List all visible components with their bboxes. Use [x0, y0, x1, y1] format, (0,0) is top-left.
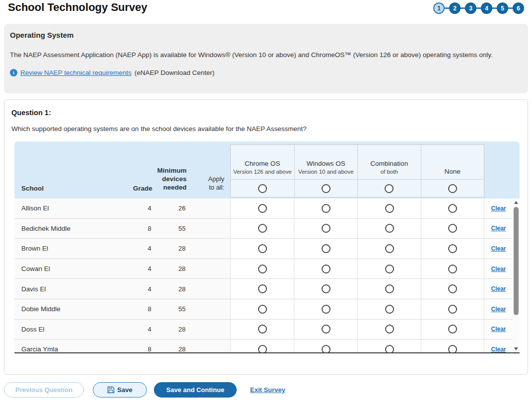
- school-name: Brown El: [14, 239, 130, 259]
- radio-garcia-ymla-windows-os[interactable]: [322, 345, 331, 353]
- radio-cell-none: [421, 320, 484, 339]
- clear-cell: Clear: [484, 339, 513, 353]
- radio-bedichek-middle-combination[interactable]: [385, 224, 394, 233]
- school-name: Cowan El: [14, 259, 130, 279]
- apply-all-cell-combination: [357, 179, 421, 197]
- radio-cell-combination: [357, 279, 421, 299]
- stepper-connector: [508, 7, 513, 9]
- apply-spacer: [187, 279, 230, 299]
- clear-link[interactable]: Clear: [491, 326, 506, 333]
- clear-link[interactable]: Clear: [491, 346, 506, 353]
- stepper-connector: [492, 7, 497, 9]
- scroll-up-icon[interactable]: [514, 201, 518, 204]
- column-header-grade: Grade: [130, 185, 153, 199]
- radio-cowan-el-chrome-os[interactable]: [258, 265, 267, 273]
- radio-garcia-ymla-chrome-os[interactable]: [258, 345, 267, 353]
- radio-davis-el-windows-os[interactable]: [322, 284, 331, 293]
- link-suffix-text: (eNAEP Download Center): [134, 69, 214, 76]
- radio-doss-el-combination[interactable]: [385, 325, 394, 334]
- radio-dobie-middle-chrome-os[interactable]: [258, 305, 267, 314]
- table-rows-container: Allison El426ClearBedichek Middle855Clea…: [14, 199, 520, 353]
- radio-cell-windows-os: [294, 199, 357, 218]
- radio-brown-el-none[interactable]: [448, 244, 457, 253]
- radio-dobie-middle-none[interactable]: [448, 305, 457, 314]
- radio-cowan-el-windows-os[interactable]: [322, 265, 331, 273]
- school-name: Davis El: [14, 279, 130, 299]
- clear-link[interactable]: Clear: [491, 245, 506, 252]
- radio-doss-el-none[interactable]: [448, 325, 457, 334]
- os-option-subtitle: of both: [381, 168, 398, 176]
- question-text: Which supported operating systems are on…: [11, 125, 521, 133]
- radio-allison-el-combination[interactable]: [385, 204, 394, 213]
- clear-link[interactable]: Clear: [491, 225, 506, 232]
- exit-survey-link[interactable]: Exit Survey: [250, 386, 285, 394]
- os-option-header-combination: Combinationof both: [357, 145, 421, 179]
- radio-davis-el-chrome-os[interactable]: [258, 284, 267, 293]
- apply-all-radio-chrome-os[interactable]: [258, 184, 267, 193]
- technical-requirements-link[interactable]: Review NAEP technical requirements: [20, 69, 132, 76]
- radio-brown-el-chrome-os[interactable]: [258, 244, 267, 253]
- vertical-scrollbar[interactable]: [513, 199, 520, 352]
- radio-bedichek-middle-windows-os[interactable]: [322, 224, 331, 233]
- radio-bedichek-middle-chrome-os[interactable]: [258, 224, 267, 233]
- radio-allison-el-none[interactable]: [448, 204, 457, 213]
- stepper-step-2[interactable]: 2: [449, 2, 461, 14]
- os-option-name: Chrome OS: [245, 159, 280, 168]
- stepper-step-3[interactable]: 3: [465, 2, 476, 14]
- radio-dobie-middle-windows-os[interactable]: [322, 305, 331, 314]
- radio-brown-el-windows-os[interactable]: [322, 244, 331, 253]
- radio-davis-el-combination[interactable]: [385, 284, 394, 293]
- radio-cell-combination: [357, 339, 421, 353]
- radio-davis-el-none[interactable]: [448, 284, 457, 293]
- scroll-down-icon[interactable]: [514, 347, 518, 350]
- grade-value: 4: [130, 320, 153, 339]
- radio-cell-windows-os: [294, 239, 357, 259]
- info-icon: i: [10, 69, 17, 76]
- radio-allison-el-windows-os[interactable]: [322, 204, 331, 213]
- clear-link[interactable]: Clear: [491, 266, 506, 272]
- apply-all-radio-windows-os[interactable]: [322, 184, 331, 193]
- apply-all-cell-windows-os: [294, 179, 358, 197]
- clear-link[interactable]: Clear: [491, 306, 506, 313]
- panel-body-text: The NAEP Assessment Application (NAEP Ap…: [10, 51, 522, 59]
- radio-cell-combination: [357, 259, 421, 279]
- radio-cell-combination: [357, 320, 421, 339]
- clear-link[interactable]: Clear: [491, 285, 506, 292]
- radio-doss-el-chrome-os[interactable]: [258, 325, 267, 334]
- previous-question-button[interactable]: Previous Question: [4, 382, 84, 398]
- radio-cell-none: [421, 299, 484, 319]
- apply-all-radio-combination[interactable]: [385, 184, 394, 193]
- radio-cell-combination: [357, 199, 421, 218]
- stepper-step-6[interactable]: 6: [513, 2, 524, 14]
- scrollbar-thumb[interactable]: [514, 207, 519, 315]
- save-and-continue-button[interactable]: Save and Continue: [154, 382, 237, 398]
- apply-spacer: [187, 339, 230, 353]
- stepper-connector: [476, 7, 481, 9]
- apply-all-radio-none[interactable]: [448, 184, 457, 193]
- radio-brown-el-combination[interactable]: [385, 244, 394, 253]
- stepper-step-5[interactable]: 5: [497, 2, 508, 14]
- radio-cowan-el-none[interactable]: [448, 265, 457, 273]
- radio-garcia-ymla-combination[interactable]: [385, 345, 394, 353]
- grade-value: 8: [130, 339, 153, 353]
- grade-value: 4: [130, 259, 153, 279]
- clear-link[interactable]: Clear: [491, 205, 506, 212]
- apply-spacer: [187, 299, 230, 319]
- save-button[interactable]: Save: [93, 382, 147, 398]
- radio-garcia-ymla-none[interactable]: [448, 345, 457, 353]
- stepper-step-1[interactable]: 1: [433, 2, 445, 14]
- radio-allison-el-chrome-os[interactable]: [258, 204, 267, 213]
- radio-bedichek-middle-none[interactable]: [448, 224, 457, 233]
- radio-dobie-middle-combination[interactable]: [385, 305, 394, 314]
- devices-value: 55: [153, 219, 187, 239]
- grade-value: 4: [130, 199, 153, 218]
- radio-cowan-el-combination[interactable]: [385, 265, 394, 273]
- radio-cell-combination: [357, 299, 421, 319]
- os-option-header-none: None: [421, 145, 484, 179]
- devices-value: 28: [153, 259, 187, 279]
- stepper-connector: [461, 7, 465, 9]
- stepper-step-4[interactable]: 4: [481, 2, 492, 14]
- school-name: Doss El: [14, 320, 130, 339]
- radio-doss-el-windows-os[interactable]: [322, 325, 331, 334]
- clear-cell: Clear: [484, 199, 513, 218]
